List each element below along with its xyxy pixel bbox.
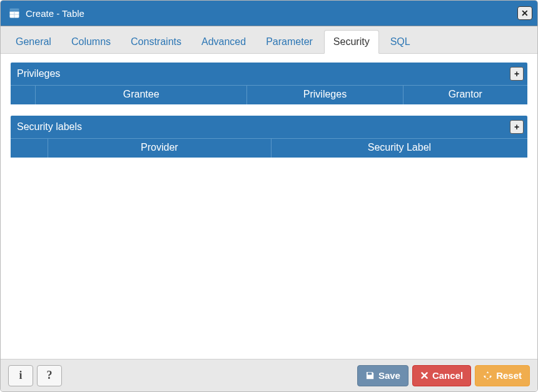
security-labels-column-headers: Provider Security Label [11, 138, 527, 158]
security-labels-title: Security labels [17, 121, 510, 133]
tab-security[interactable]: Security [324, 30, 379, 54]
privileges-section: Privileges + Grantee Privileges Grantor [11, 63, 527, 104]
tab-general[interactable]: General [7, 31, 60, 53]
save-button[interactable]: Save [357, 365, 409, 386]
close-button[interactable]: ✕ [517, 6, 532, 20]
add-privilege-button[interactable]: + [510, 67, 524, 81]
window-title: Create - Table [26, 8, 517, 19]
close-icon: ✕ [521, 8, 529, 18]
titlebar: Create - Table ✕ [1, 1, 537, 26]
tab-parameter[interactable]: Parameter [257, 31, 322, 53]
dialog-window: Create - Table ✕ General Columns Constra… [0, 0, 538, 392]
row-actions-spacer [11, 86, 36, 104]
plus-icon: + [514, 69, 519, 78]
tab-label: Columns [71, 36, 111, 47]
cancel-button[interactable]: Cancel [412, 365, 471, 386]
cancel-label: Cancel [432, 370, 463, 381]
save-icon [365, 371, 375, 380]
tab-label: Security [333, 36, 370, 47]
security-labels-header: Security labels + [11, 116, 527, 138]
tab-strip: General Columns Constraints Advanced Par… [1, 26, 537, 54]
security-labels-col-label: Security Label [272, 139, 527, 158]
help-button[interactable]: ? [37, 365, 62, 386]
tab-label: General [16, 36, 51, 47]
tab-advanced[interactable]: Advanced [193, 31, 255, 53]
security-labels-col-provider: Provider [48, 139, 272, 158]
recycle-icon [483, 371, 492, 380]
reset-label: Reset [496, 370, 522, 381]
tab-sql[interactable]: SQL [382, 31, 419, 53]
tab-columns[interactable]: Columns [63, 31, 119, 53]
tab-label: SQL [390, 36, 410, 47]
svg-rect-1 [9, 8, 19, 11]
privileges-col-grantor: Grantor [404, 86, 527, 104]
privileges-col-grantee: Grantee [36, 86, 247, 104]
save-label: Save [378, 370, 400, 381]
tab-constraints[interactable]: Constraints [122, 31, 190, 53]
dialog-footer: i ? Save Cancel Reset [1, 359, 537, 391]
row-actions-spacer [11, 139, 48, 158]
tab-label: Constraints [131, 36, 181, 47]
tab-label: Parameter [266, 36, 313, 47]
reset-button[interactable]: Reset [475, 365, 530, 386]
plus-icon: + [514, 123, 519, 131]
privileges-col-privileges: Privileges [247, 86, 403, 104]
cancel-icon [420, 371, 429, 379]
info-icon: i [19, 369, 22, 382]
info-button[interactable]: i [8, 365, 33, 386]
table-icon [8, 7, 21, 19]
privileges-header: Privileges + [11, 63, 527, 85]
add-security-label-button[interactable]: + [510, 120, 524, 134]
help-icon: ? [47, 369, 53, 382]
security-labels-section: Security labels + Provider Security Labe… [11, 116, 527, 158]
tab-label: Advanced [201, 36, 246, 47]
privileges-title: Privileges [17, 68, 510, 79]
privileges-column-headers: Grantee Privileges Grantor [11, 85, 527, 104]
tab-content-security: Privileges + Grantee Privileges Grantor … [1, 54, 537, 359]
